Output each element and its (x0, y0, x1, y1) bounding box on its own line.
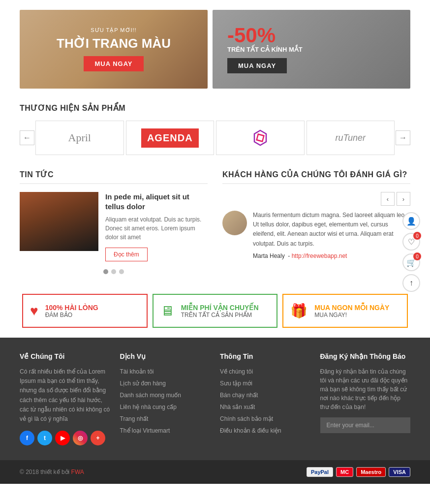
read-more-button[interactable]: Đọc thêm (105, 248, 148, 261)
dot-2[interactable] (111, 269, 116, 274)
brand-logo-april: April (68, 131, 91, 144)
feature-sub-3: MUA NGAY! (314, 312, 389, 318)
brand-shape (216, 121, 305, 155)
reviews-col: KHÁCH HÀNG CỦA CHÚNG TÔI ĐÁNH GIÁ GÌ? ‹ … (222, 170, 410, 274)
feature-sub-1: ĐÁM BẢO (45, 312, 98, 318)
list-item: Liên hệ nhà cung cấp (120, 403, 211, 410)
reviews-nav: ‹ › (222, 192, 410, 206)
brands-next-arrow[interactable]: → (396, 130, 410, 145)
googleplus-icon[interactable]: + (91, 431, 105, 445)
dot-1[interactable] (103, 269, 108, 274)
brands-prev-arrow[interactable]: ← (20, 130, 34, 145)
gift-icon: 🎁 (290, 303, 307, 319)
footer-col-info: Thông tin Về chúng tôi Sưu tập mới Bán c… (220, 352, 310, 445)
service-link-1[interactable]: Tài khoản tôi (120, 368, 154, 375)
review-item: Mauris fermentum dictum magna. Sed laore… (222, 211, 410, 259)
maestro-icon: Maestro (356, 467, 386, 477)
copyright: © 2018 thiết kế bởi FWA (20, 469, 84, 475)
banner-fashion: SƯU TẬP MỚI!! THỜI TRANG MÀU MUA NGAY (20, 10, 208, 89)
payment-icons: PayPal MC Maestro VISA (307, 467, 410, 477)
service-link-5[interactable]: Trang nhất (120, 415, 149, 422)
info-link-4[interactable]: Nhà sản xuất (220, 404, 255, 410)
feature-text-deal: MUA NGON MỖI NGÀY MUA NGAY! (314, 304, 389, 318)
footer-bottom: © 2018 thiết kế bởi FWA PayPal MC Maestr… (0, 460, 430, 484)
banner-main-title: THỜI TRANG MÀU (30, 36, 198, 51)
wishlist-button[interactable]: ♡ 0 (402, 233, 420, 251)
feature-title-2: MIỄN PHÍ VẬN CHUYẾN (181, 304, 259, 312)
list-item: Bán chạy nhất (220, 391, 310, 399)
youtube-icon[interactable]: ▶ (55, 431, 70, 445)
list-item: Về chúng tôi (220, 367, 310, 375)
news-image-inner (20, 192, 98, 251)
list-item: Trang nhất (120, 414, 211, 422)
reviewer-avatar (222, 211, 247, 235)
list-item: Nhà sản xuất (220, 403, 310, 410)
feature-sub-2: TRÊN TẤT CẢ SẢN PHẨM (181, 312, 259, 318)
news-content: In pede mi, aliquet sit ut tellus dolor … (105, 192, 208, 261)
newsletter-input[interactable] (320, 417, 411, 433)
heart-wishlist-icon: ♡ (408, 237, 415, 247)
news-col: TIN TỨC In pede mi, aliquet sit ut tellu… (20, 170, 208, 274)
banner-right-cta[interactable]: MUA NGAY (227, 58, 287, 73)
paypal-icon: PayPal (307, 467, 333, 477)
footer-info-title: Thông tin (220, 352, 310, 360)
hero-section: SƯU TẬP MỚI!! THỜI TRANG MÀU MUA NGAY -5… (0, 0, 430, 98)
cart-button[interactable]: 🛒 0 (402, 253, 420, 271)
cart-badge: 0 (413, 252, 421, 260)
news-headline: In pede mi, aliquet sit ut tellus dolor (105, 192, 208, 211)
service-link-2[interactable]: Lịch sử đơn hàng (120, 380, 166, 387)
info-link-6[interactable]: Điều khoản & điều kiện (220, 427, 281, 434)
banner-left-cta[interactable]: MUA NGAY (84, 56, 143, 71)
feature-satisfaction: ♥ 100% HÀI LÒNG ĐÁM BẢO (22, 294, 148, 328)
user-button[interactable]: 👤 (402, 212, 420, 230)
news-image (20, 192, 98, 251)
brand-rutuner: ruTuner (307, 121, 395, 155)
news-item: In pede mi, aliquet sit ut tellus dolor … (20, 192, 208, 261)
scroll-up-button[interactable]: ↑ (402, 274, 420, 292)
service-link-4[interactable]: Liên hệ nhà cung cấp (120, 404, 177, 410)
footer-col-services: Dịch Vụ Tài khoản tôi Lịch sử đơn hàng D… (120, 352, 211, 445)
reviewer-link[interactable]: http://freewebapp.net (292, 252, 347, 259)
info-link-1[interactable]: Về chúng tôi (220, 368, 253, 375)
banner-glasses: -50% TRÊN TẤT CẢ KÍNH MẮT MUA NGAY (213, 10, 410, 89)
brand-logo-shape (250, 128, 270, 148)
feature-shipping: 🖥 MIỄN PHÍ VẬN CHUYẾN TRÊN TẤT CẢ SẢN PH… (153, 294, 278, 328)
info-link-5[interactable]: Chính sách bảo mật (220, 415, 273, 422)
mastercard-icon: MC (336, 467, 353, 477)
feature-text-shipping: MIỄN PHÍ VẬN CHUYẾN TRÊN TẤT CẢ SẢN PHẨM (181, 304, 259, 318)
list-item: Lịch sử đơn hàng (120, 379, 211, 387)
twitter-icon[interactable]: t (37, 431, 52, 445)
footer-dark: Về Chúng Tôi Có rất nhiều biến thể của L… (0, 338, 430, 460)
info-link-2[interactable]: Sưu tập mới (220, 380, 252, 387)
two-col-section: TIN TỨC In pede mi, aliquet sit ut tellu… (0, 165, 430, 284)
footer-about-text: Có rất nhiều biến thể của Lorem Ipsum mà… (20, 367, 110, 424)
brand-agenda: AGENDA (126, 121, 215, 155)
footer-services-links: Tài khoản tôi Lịch sử đơn hàng Danh sách… (120, 367, 211, 434)
reviews-next-arrow[interactable]: › (397, 192, 410, 206)
heart-icon: ♥ (30, 303, 38, 319)
service-link-6[interactable]: Thể loại Virtuemart (120, 427, 170, 434)
list-item: Sưu tập mới (220, 379, 310, 387)
list-item: Tài khoản tôi (120, 367, 211, 375)
reviews-prev-arrow[interactable]: ‹ (381, 192, 395, 206)
news-dots (20, 269, 208, 274)
wishlist-badge: 0 (413, 232, 421, 240)
footer-services-title: Dịch Vụ (120, 352, 211, 360)
facebook-icon[interactable]: f (20, 431, 34, 445)
brands-carousel: ← April AGENDA ruTuner (20, 121, 410, 155)
service-link-3[interactable]: Danh sách mong muốn (120, 392, 181, 399)
user-icon: 👤 (406, 217, 416, 226)
instagram-icon[interactable]: ◎ (73, 431, 88, 445)
feature-text-satisfaction: 100% HÀI LÒNG ĐÁM BẢO (45, 304, 98, 318)
dot-3[interactable] (119, 269, 124, 274)
social-icons: f t ▶ ◎ + (20, 431, 110, 445)
brands-title: THƯƠNG HIỆN SẢN PHẨM (20, 103, 410, 113)
banner-subtitle: SƯU TẬP MỚI!! (30, 27, 198, 33)
news-section-title: TIN TỨC (20, 170, 208, 184)
brand-logo-agenda: AGENDA (141, 128, 199, 148)
fwa-link[interactable]: FWA (71, 469, 84, 475)
list-item: Điều khoản & điều kiện (220, 426, 310, 434)
feature-title-1: 100% HÀI LÒNG (45, 304, 98, 312)
info-link-3[interactable]: Bán chạy nhất (220, 392, 258, 399)
review-text: Mauris fermentum dictum magna. Sed laore… (253, 211, 410, 249)
